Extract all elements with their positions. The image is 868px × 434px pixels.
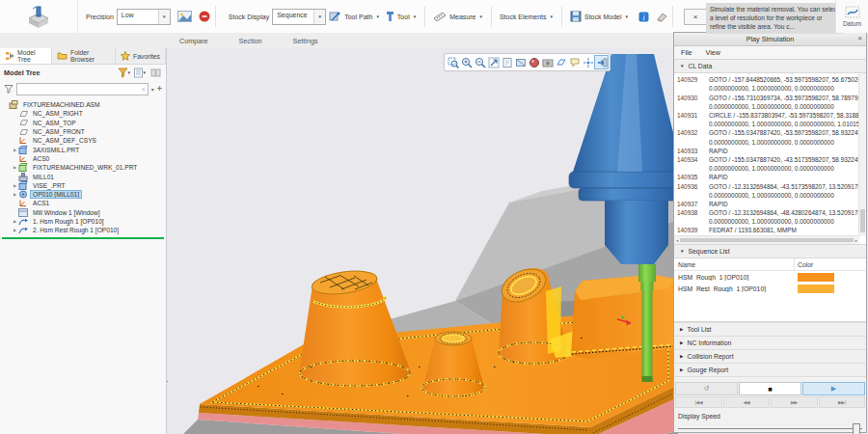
stop-button[interactable]: ■ bbox=[739, 382, 801, 395]
step-back-button[interactable]: ◀◀ bbox=[723, 396, 771, 408]
slider-track[interactable] bbox=[678, 428, 862, 429]
close-toolbar-button[interactable]: × bbox=[684, 9, 707, 25]
view-tab-section[interactable]: Section bbox=[239, 37, 262, 45]
measure-button[interactable]: Measure ▼ bbox=[430, 10, 486, 24]
cl-data-row[interactable]: 140931CIRCLE / -155.8373803947, -53.5973… bbox=[674, 111, 859, 120]
section-header-nc-information[interactable]: ▶NC Information bbox=[674, 337, 866, 350]
tree-filter-input[interactable]: × bbox=[16, 83, 149, 95]
expand-arrow-icon[interactable]: ▶ bbox=[12, 219, 18, 224]
section-header-gouge-report[interactable]: ▶Gouge Report bbox=[674, 364, 866, 377]
section-header-tool-list[interactable]: ▶Tool List bbox=[674, 322, 866, 337]
datum-group[interactable]: Datum bbox=[835, 0, 868, 33]
tree-item-nc-asm-def-csys[interactable]: NC_ASM_DEF_CSYS bbox=[0, 136, 166, 145]
view-tab-compare[interactable]: Compare bbox=[179, 37, 208, 45]
tree-list-icon[interactable]: ▼ bbox=[133, 68, 147, 79]
expand-arrow-icon[interactable]: ▶ bbox=[12, 165, 18, 170]
cl-data-row[interactable]: 140939FEDRAT / 1193.663081, MMPM bbox=[674, 226, 859, 234]
tree-item-nc-asm-right[interactable]: NC_ASM_RIGHT bbox=[0, 109, 166, 118]
view-tab-settings[interactable]: Settings bbox=[293, 37, 318, 45]
panel-tab-folder-browser[interactable]: Folder Browser bbox=[52, 48, 116, 64]
stock-elements-button[interactable]: Stock Elements ▼ bbox=[497, 12, 556, 22]
cl-data-row[interactable]: 140938GOTO / -12.3132694864, -48.4280264… bbox=[674, 208, 859, 217]
cl-data-row[interactable]: 140933RAPID bbox=[674, 147, 859, 155]
tree-item-1-hsm-rough-1-op010[interactable]: ▶1. Hsm Rough 1 [OP010] bbox=[0, 217, 166, 226]
reset-button[interactable]: ↺ bbox=[675, 382, 738, 395]
appearance-gallery-icon[interactable] bbox=[528, 56, 540, 68]
cl-horizontal-scrollbar[interactable]: ◂▸ bbox=[674, 235, 859, 244]
image-icon[interactable] bbox=[177, 11, 192, 22]
tree-item-mill-window-1-window[interactable]: Mill Window 1 [Window] bbox=[0, 208, 166, 217]
step-forward-button[interactable]: ▶▶ bbox=[771, 396, 818, 408]
cl-data-row[interactable]: 0.0000000000, 1.0000000000, 0.0000000000 bbox=[674, 84, 859, 93]
menu-view[interactable]: View bbox=[706, 48, 720, 57]
tree-item-mill01[interactable]: MILL01 bbox=[0, 172, 166, 180]
zoom-in-icon[interactable] bbox=[460, 56, 473, 68]
expand-arrow-icon[interactable]: ▶ bbox=[12, 192, 18, 197]
tool-button[interactable]: Tool ▼ bbox=[383, 9, 420, 25]
cl-data-table[interactable]: 0.0000000000, 1.0000000000, 0.0000000000… bbox=[674, 73, 866, 244]
tree-filter-icon[interactable]: ▼ bbox=[118, 68, 131, 79]
tree-item-op010-mill01[interactable]: ▶OP010 [MILL01] bbox=[0, 190, 166, 199]
cl-data-row[interactable]: 0.0000000000, 1.0000000000, 0.0000000000 bbox=[674, 164, 859, 173]
cl-data-row[interactable]: 140929GOTO / -157.8448520665, -53.597359… bbox=[674, 75, 859, 84]
spin-center-icon[interactable] bbox=[582, 56, 594, 68]
tree-item-vise-prt[interactable]: ▶VISE_.PRT bbox=[0, 181, 166, 190]
filter-dropdown-icon[interactable]: ▾ bbox=[151, 86, 154, 93]
expand-arrow-icon[interactable]: ▶ bbox=[12, 148, 18, 152]
section-header-collision-report[interactable]: ▶Collision Report bbox=[674, 350, 866, 364]
tree-item-nc-asm-top[interactable]: NC_ASM_TOP bbox=[0, 119, 166, 127]
cl-data-row[interactable]: 0.0000000000, 1.0000000000, 0.0000000000 bbox=[674, 138, 859, 147]
panel-title-bar[interactable]: Play Simulation × bbox=[674, 33, 866, 46]
refit-icon[interactable] bbox=[487, 56, 500, 68]
tool-path-button[interactable]: Tool Path ▼ bbox=[326, 9, 383, 25]
cl-data-row[interactable]: 0.0000000000, 1.0000000000, 0.0000000000… bbox=[674, 120, 859, 128]
chevron-down-icon[interactable]: ▼ bbox=[313, 10, 325, 24]
no-display-icon[interactable] bbox=[199, 11, 210, 22]
sequence-row-hsm-rest-rough-1-op010[interactable]: HSM_Rest_Rough_1 [OP010] bbox=[674, 283, 866, 294]
annotation-display-icon[interactable] bbox=[568, 56, 581, 68]
cl-data-row[interactable]: 140934GOTO / -155.0347887420, -43.517359… bbox=[674, 155, 859, 164]
filter-add-icon[interactable]: + bbox=[157, 84, 162, 94]
close-icon[interactable]: × bbox=[857, 34, 862, 42]
play-button[interactable]: ▶ bbox=[802, 382, 865, 395]
stock-display-combo[interactable]: Sequence ▼ bbox=[272, 9, 326, 25]
cl-data-row[interactable]: 140930GOTO / -156.7310369734, -53.597359… bbox=[674, 94, 859, 102]
saved-orientations-icon[interactable] bbox=[595, 56, 608, 68]
funnel-icon[interactable] bbox=[4, 84, 14, 95]
cl-data-section-header[interactable]: ▼ CL Data bbox=[674, 59, 866, 73]
nc-simulation-icon[interactable] bbox=[0, 0, 78, 33]
repaint-icon[interactable] bbox=[501, 56, 513, 68]
cl-data-row[interactable]: 140932GOTO / -155.0347887420, -53.597359… bbox=[674, 128, 859, 137]
eraser-icon[interactable] bbox=[656, 12, 667, 22]
tree-columns-icon[interactable] bbox=[149, 68, 162, 79]
skip-to-start-button[interactable]: |◀◀ bbox=[675, 396, 722, 408]
cl-data-row[interactable]: 0.0000000000, 1.0000000000, 0.0000000000 bbox=[674, 191, 859, 200]
menu-file[interactable]: File bbox=[681, 48, 692, 57]
tree-item-fixturemachined-wrk-01-prt[interactable]: ▶FIXTUREMACHINED_WRK_01.PRT bbox=[0, 163, 166, 172]
cl-data-row[interactable]: 0.0000000000, 1.0000000000, 0.0000000000 bbox=[674, 102, 859, 111]
zoom-out-icon[interactable] bbox=[474, 56, 486, 68]
clear-icon[interactable]: × bbox=[142, 86, 146, 93]
tree-item-2-hsm-rest-rough-1-op010[interactable]: ▶2. Hsm Rest Rough 1 [OP010] bbox=[0, 226, 166, 234]
cl-data-row[interactable]: 140936GOTO / -12.3132694864, -43.5173598… bbox=[674, 181, 859, 190]
tree-item-nc-asm-front[interactable]: NC_ASM_FRONT bbox=[0, 127, 166, 136]
info-icon[interactable]: i bbox=[638, 12, 649, 22]
cl-data-row[interactable]: 140935RAPID bbox=[674, 173, 859, 181]
chevron-down-icon[interactable]: ▼ bbox=[158, 10, 170, 24]
expand-arrow-icon[interactable]: ▶ bbox=[12, 183, 18, 188]
sequence-row-hsm-rough-1-op010[interactable]: HSM_Rough_1 [OP010] bbox=[674, 271, 866, 283]
display-style-icon[interactable] bbox=[514, 56, 527, 68]
tree-item-fixturemachined-asm[interactable]: FIXTUREMACHINED.ASM bbox=[0, 100, 166, 109]
display-speed-slider[interactable] bbox=[678, 423, 862, 434]
cl-vertical-scrollbar[interactable] bbox=[858, 73, 866, 236]
tree-item-acs1[interactable]: ACS1 bbox=[0, 199, 166, 207]
cl-data-row[interactable]: 140937RAPID bbox=[674, 200, 859, 208]
datum-display-icon[interactable] bbox=[555, 56, 567, 68]
panel-tab-favorites[interactable]: Favorites bbox=[116, 48, 166, 64]
sequence-list-section-header[interactable]: ▼ Sequence List bbox=[674, 244, 866, 258]
cl-data-row[interactable]: 0.0000000000, 1.0000000000, 0.0000000000 bbox=[674, 217, 859, 226]
tree-item-3axismill-prt[interactable]: ▶3AXISMILL.PRT bbox=[0, 145, 166, 153]
panel-tab-model-tree[interactable]: Model Tree bbox=[0, 48, 52, 64]
skip-to-end-button[interactable]: ▶▶| bbox=[819, 396, 866, 408]
expand-arrow-icon[interactable]: ▶ bbox=[12, 228, 18, 232]
